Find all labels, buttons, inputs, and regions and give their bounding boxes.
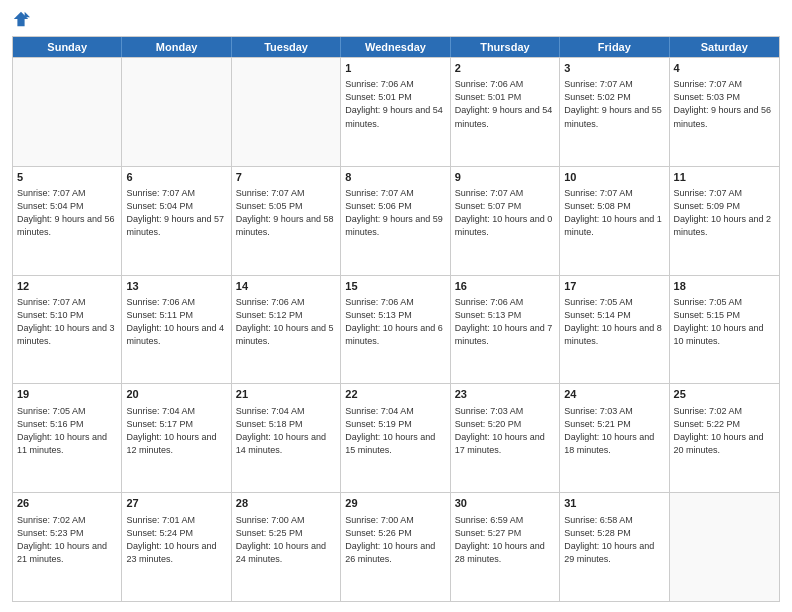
day-cell-5: 5Sunrise: 7:07 AM Sunset: 5:04 PM Daylig…: [13, 167, 122, 275]
sun-info: Sunrise: 7:07 AM Sunset: 5:10 PM Dayligh…: [17, 296, 117, 348]
day-cell-17: 17Sunrise: 7:05 AM Sunset: 5:14 PM Dayli…: [560, 276, 669, 384]
day-cell-empty: [670, 493, 779, 601]
day-number: 8: [345, 170, 445, 185]
svg-marker-1: [25, 12, 30, 17]
day-number: 1: [345, 61, 445, 76]
sun-info: Sunrise: 6:58 AM Sunset: 5:28 PM Dayligh…: [564, 514, 664, 566]
sun-info: Sunrise: 7:06 AM Sunset: 5:13 PM Dayligh…: [345, 296, 445, 348]
page: SundayMondayTuesdayWednesdayThursdayFrid…: [0, 0, 792, 612]
calendar: SundayMondayTuesdayWednesdayThursdayFrid…: [12, 36, 780, 602]
day-header-tuesday: Tuesday: [232, 37, 341, 57]
sun-info: Sunrise: 7:05 AM Sunset: 5:15 PM Dayligh…: [674, 296, 775, 348]
sun-info: Sunrise: 7:04 AM Sunset: 5:18 PM Dayligh…: [236, 405, 336, 457]
day-cell-25: 25Sunrise: 7:02 AM Sunset: 5:22 PM Dayli…: [670, 384, 779, 492]
day-number: 15: [345, 279, 445, 294]
sun-info: Sunrise: 7:07 AM Sunset: 5:05 PM Dayligh…: [236, 187, 336, 239]
sun-info: Sunrise: 7:01 AM Sunset: 5:24 PM Dayligh…: [126, 514, 226, 566]
day-cell-16: 16Sunrise: 7:06 AM Sunset: 5:13 PM Dayli…: [451, 276, 560, 384]
sun-info: Sunrise: 7:03 AM Sunset: 5:20 PM Dayligh…: [455, 405, 555, 457]
sun-info: Sunrise: 7:07 AM Sunset: 5:06 PM Dayligh…: [345, 187, 445, 239]
day-number: 9: [455, 170, 555, 185]
sun-info: Sunrise: 7:03 AM Sunset: 5:21 PM Dayligh…: [564, 405, 664, 457]
day-header-monday: Monday: [122, 37, 231, 57]
sun-info: Sunrise: 7:05 AM Sunset: 5:14 PM Dayligh…: [564, 296, 664, 348]
week-row-3: 12Sunrise: 7:07 AM Sunset: 5:10 PM Dayli…: [13, 275, 779, 384]
day-cell-1: 1Sunrise: 7:06 AM Sunset: 5:01 PM Daylig…: [341, 58, 450, 166]
day-cell-29: 29Sunrise: 7:00 AM Sunset: 5:26 PM Dayli…: [341, 493, 450, 601]
day-cell-21: 21Sunrise: 7:04 AM Sunset: 5:18 PM Dayli…: [232, 384, 341, 492]
sun-info: Sunrise: 7:07 AM Sunset: 5:09 PM Dayligh…: [674, 187, 775, 239]
day-cell-19: 19Sunrise: 7:05 AM Sunset: 5:16 PM Dayli…: [13, 384, 122, 492]
day-number: 27: [126, 496, 226, 511]
day-number: 18: [674, 279, 775, 294]
day-number: 2: [455, 61, 555, 76]
day-cell-14: 14Sunrise: 7:06 AM Sunset: 5:12 PM Dayli…: [232, 276, 341, 384]
day-number: 20: [126, 387, 226, 402]
day-number: 22: [345, 387, 445, 402]
day-number: 25: [674, 387, 775, 402]
day-cell-empty: [232, 58, 341, 166]
day-cell-13: 13Sunrise: 7:06 AM Sunset: 5:11 PM Dayli…: [122, 276, 231, 384]
sun-info: Sunrise: 7:04 AM Sunset: 5:17 PM Dayligh…: [126, 405, 226, 457]
sun-info: Sunrise: 7:06 AM Sunset: 5:11 PM Dayligh…: [126, 296, 226, 348]
day-cell-30: 30Sunrise: 6:59 AM Sunset: 5:27 PM Dayli…: [451, 493, 560, 601]
calendar-body: 1Sunrise: 7:06 AM Sunset: 5:01 PM Daylig…: [13, 57, 779, 601]
sun-info: Sunrise: 7:06 AM Sunset: 5:01 PM Dayligh…: [345, 78, 445, 130]
day-header-thursday: Thursday: [451, 37, 560, 57]
week-row-2: 5Sunrise: 7:07 AM Sunset: 5:04 PM Daylig…: [13, 166, 779, 275]
calendar-header: SundayMondayTuesdayWednesdayThursdayFrid…: [13, 37, 779, 57]
day-cell-18: 18Sunrise: 7:05 AM Sunset: 5:15 PM Dayli…: [670, 276, 779, 384]
day-number: 21: [236, 387, 336, 402]
day-header-saturday: Saturday: [670, 37, 779, 57]
day-number: 14: [236, 279, 336, 294]
day-cell-12: 12Sunrise: 7:07 AM Sunset: 5:10 PM Dayli…: [13, 276, 122, 384]
day-number: 28: [236, 496, 336, 511]
day-cell-11: 11Sunrise: 7:07 AM Sunset: 5:09 PM Dayli…: [670, 167, 779, 275]
day-cell-15: 15Sunrise: 7:06 AM Sunset: 5:13 PM Dayli…: [341, 276, 450, 384]
day-cell-7: 7Sunrise: 7:07 AM Sunset: 5:05 PM Daylig…: [232, 167, 341, 275]
day-cell-8: 8Sunrise: 7:07 AM Sunset: 5:06 PM Daylig…: [341, 167, 450, 275]
day-cell-24: 24Sunrise: 7:03 AM Sunset: 5:21 PM Dayli…: [560, 384, 669, 492]
sun-info: Sunrise: 7:00 AM Sunset: 5:26 PM Dayligh…: [345, 514, 445, 566]
sun-info: Sunrise: 7:02 AM Sunset: 5:22 PM Dayligh…: [674, 405, 775, 457]
day-number: 23: [455, 387, 555, 402]
day-number: 7: [236, 170, 336, 185]
day-number: 3: [564, 61, 664, 76]
day-cell-26: 26Sunrise: 7:02 AM Sunset: 5:23 PM Dayli…: [13, 493, 122, 601]
day-number: 26: [17, 496, 117, 511]
day-cell-6: 6Sunrise: 7:07 AM Sunset: 5:04 PM Daylig…: [122, 167, 231, 275]
day-header-wednesday: Wednesday: [341, 37, 450, 57]
logo: [12, 10, 34, 28]
day-number: 19: [17, 387, 117, 402]
day-number: 30: [455, 496, 555, 511]
sun-info: Sunrise: 7:06 AM Sunset: 5:13 PM Dayligh…: [455, 296, 555, 348]
sun-info: Sunrise: 6:59 AM Sunset: 5:27 PM Dayligh…: [455, 514, 555, 566]
day-number: 17: [564, 279, 664, 294]
day-number: 13: [126, 279, 226, 294]
header: [12, 10, 780, 28]
sun-info: Sunrise: 7:07 AM Sunset: 5:04 PM Dayligh…: [126, 187, 226, 239]
day-number: 6: [126, 170, 226, 185]
day-cell-empty: [13, 58, 122, 166]
day-number: 24: [564, 387, 664, 402]
sun-info: Sunrise: 7:07 AM Sunset: 5:08 PM Dayligh…: [564, 187, 664, 239]
day-cell-4: 4Sunrise: 7:07 AM Sunset: 5:03 PM Daylig…: [670, 58, 779, 166]
day-header-sunday: Sunday: [13, 37, 122, 57]
week-row-4: 19Sunrise: 7:05 AM Sunset: 5:16 PM Dayli…: [13, 383, 779, 492]
sun-info: Sunrise: 7:07 AM Sunset: 5:04 PM Dayligh…: [17, 187, 117, 239]
day-number: 16: [455, 279, 555, 294]
day-cell-2: 2Sunrise: 7:06 AM Sunset: 5:01 PM Daylig…: [451, 58, 560, 166]
sun-info: Sunrise: 7:00 AM Sunset: 5:25 PM Dayligh…: [236, 514, 336, 566]
day-cell-9: 9Sunrise: 7:07 AM Sunset: 5:07 PM Daylig…: [451, 167, 560, 275]
week-row-1: 1Sunrise: 7:06 AM Sunset: 5:01 PM Daylig…: [13, 57, 779, 166]
day-number: 12: [17, 279, 117, 294]
sun-info: Sunrise: 7:07 AM Sunset: 5:03 PM Dayligh…: [674, 78, 775, 130]
day-cell-28: 28Sunrise: 7:00 AM Sunset: 5:25 PM Dayli…: [232, 493, 341, 601]
sun-info: Sunrise: 7:02 AM Sunset: 5:23 PM Dayligh…: [17, 514, 117, 566]
sun-info: Sunrise: 7:06 AM Sunset: 5:12 PM Dayligh…: [236, 296, 336, 348]
day-cell-23: 23Sunrise: 7:03 AM Sunset: 5:20 PM Dayli…: [451, 384, 560, 492]
sun-info: Sunrise: 7:07 AM Sunset: 5:07 PM Dayligh…: [455, 187, 555, 239]
day-number: 5: [17, 170, 117, 185]
day-number: 29: [345, 496, 445, 511]
logo-icon: [12, 10, 30, 28]
